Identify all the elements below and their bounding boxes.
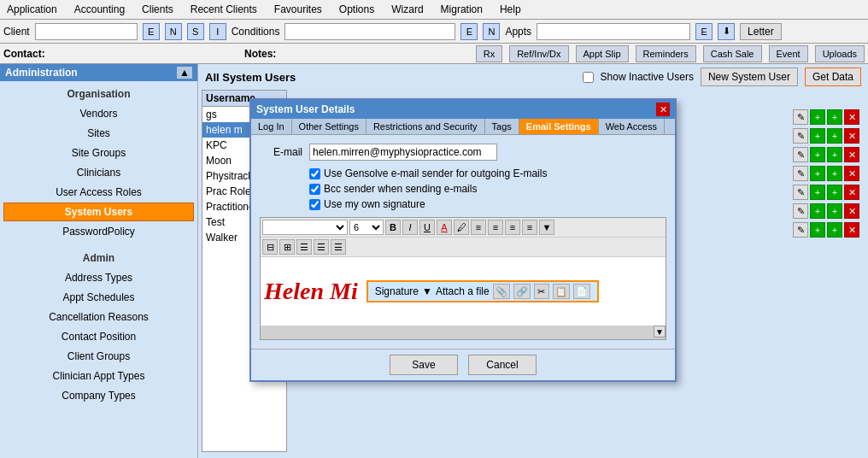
add-btn-4b[interactable]: + bbox=[827, 166, 842, 181]
menu-clients[interactable]: Clients bbox=[138, 2, 177, 17]
list-btn2[interactable]: ☰ bbox=[314, 239, 329, 255]
align-left-btn[interactable]: ≡ bbox=[471, 220, 486, 235]
cb1-checkbox[interactable] bbox=[309, 168, 320, 179]
add-btn-4a[interactable]: + bbox=[810, 166, 825, 181]
indent-btn1[interactable]: ⊟ bbox=[262, 239, 278, 255]
apptslip-tab[interactable]: Appt Slip bbox=[576, 45, 629, 62]
cb2-checkbox[interactable] bbox=[309, 184, 320, 195]
dialog-close-btn[interactable]: ✕ bbox=[656, 103, 670, 116]
tab-email-settings[interactable]: Email Settings bbox=[519, 119, 599, 134]
sidebar-item-system-users[interactable]: System Users bbox=[3, 203, 194, 221]
sig-size-select[interactable]: 6 bbox=[349, 220, 384, 235]
del-btn-3[interactable]: ✕ bbox=[844, 147, 859, 162]
conditions-n-btn[interactable]: N bbox=[483, 23, 500, 40]
appts-input[interactable] bbox=[537, 23, 690, 40]
menu-help[interactable]: Help bbox=[496, 2, 525, 17]
client-i-btn[interactable]: I bbox=[209, 23, 226, 40]
refinvdx-tab[interactable]: Ref/Inv/Dx bbox=[509, 45, 568, 62]
list-btn1[interactable]: ☰ bbox=[296, 239, 312, 255]
tab-other-settings[interactable]: Other Settings bbox=[292, 119, 367, 134]
cancel-btn[interactable]: Cancel bbox=[468, 355, 537, 375]
edit-btn-4[interactable]: ✎ bbox=[793, 166, 808, 181]
sidebar-item-cancellation-reasons[interactable]: Cancellation Reasons bbox=[3, 308, 194, 326]
sidebar-item-site-groups[interactable]: Site Groups bbox=[3, 144, 194, 162]
tab-tags[interactable]: Tags bbox=[485, 119, 519, 134]
sidebar-item-clinician-appt-types[interactable]: Clinician Appt Types bbox=[3, 367, 194, 385]
edit-btn-6[interactable]: ✎ bbox=[793, 203, 808, 219]
sidebar-item-user-access-roles[interactable]: User Access Roles bbox=[3, 183, 194, 202]
save-btn[interactable]: Save bbox=[390, 355, 458, 375]
appts-download-btn[interactable]: ⬇ bbox=[718, 23, 735, 40]
attach-scissors-btn[interactable]: ✂ bbox=[534, 284, 549, 299]
attach-copy-btn[interactable]: 📋 bbox=[553, 284, 570, 299]
tab-web-access[interactable]: Web Access bbox=[599, 119, 665, 134]
highlight-btn[interactable]: 🖊 bbox=[454, 220, 469, 235]
dropdown-arrow[interactable]: ▼ bbox=[422, 285, 432, 297]
del-btn-1[interactable]: ✕ bbox=[844, 109, 859, 125]
email-field[interactable] bbox=[309, 144, 497, 161]
edit-btn-1[interactable]: ✎ bbox=[793, 109, 808, 125]
add-btn-2b[interactable]: + bbox=[827, 128, 842, 144]
event-tab[interactable]: Event bbox=[769, 45, 808, 62]
cb3-checkbox[interactable] bbox=[309, 199, 320, 210]
add-btn-2a[interactable]: + bbox=[810, 128, 825, 144]
align-right-btn[interactable]: ≡ bbox=[505, 220, 520, 235]
attach-paperclip-btn[interactable]: 📎 bbox=[493, 284, 510, 299]
add-btn-3a[interactable]: + bbox=[810, 147, 825, 162]
add-btn-6a[interactable]: + bbox=[810, 203, 825, 219]
new-system-user-btn[interactable]: New System User bbox=[701, 68, 798, 86]
list-btn3[interactable]: ☰ bbox=[331, 239, 346, 255]
client-input[interactable] bbox=[35, 23, 138, 40]
menu-favourites[interactable]: Favourites bbox=[271, 2, 326, 17]
cashsale-tab[interactable]: Cash Sale bbox=[703, 45, 762, 62]
del-btn-5[interactable]: ✕ bbox=[844, 185, 859, 200]
bold-btn[interactable]: B bbox=[385, 220, 401, 235]
del-btn-2[interactable]: ✕ bbox=[844, 128, 859, 144]
del-btn-6[interactable]: ✕ bbox=[844, 203, 859, 219]
add-btn-7a[interactable]: + bbox=[810, 222, 825, 238]
align-center-btn[interactable]: ≡ bbox=[488, 220, 503, 235]
font-color-btn[interactable]: A bbox=[437, 220, 452, 235]
sig-scroll-down-btn[interactable]: ▼ bbox=[654, 326, 666, 338]
attach-link-btn[interactable]: 🔗 bbox=[513, 284, 531, 299]
sidebar-item-client-groups[interactable]: Client Groups bbox=[3, 347, 194, 366]
client-n-btn[interactable]: N bbox=[165, 23, 182, 40]
italic-btn[interactable]: I bbox=[402, 220, 418, 235]
sig-font-select[interactable] bbox=[262, 220, 348, 235]
appts-e-btn[interactable]: E bbox=[695, 23, 713, 40]
indent-btn2[interactable]: ⊞ bbox=[279, 239, 295, 255]
add-btn-1a[interactable]: + bbox=[810, 109, 825, 125]
sidebar-item-password-policy[interactable]: PasswordPolicy bbox=[3, 222, 194, 241]
del-btn-7[interactable]: ✕ bbox=[844, 222, 859, 238]
get-data-btn[interactable]: Get Data bbox=[805, 68, 861, 86]
del-btn-4[interactable]: ✕ bbox=[844, 166, 859, 181]
attach-paste-btn[interactable]: 📄 bbox=[573, 284, 590, 299]
edit-btn-2[interactable]: ✎ bbox=[793, 128, 808, 144]
scroll-down-sig-btn[interactable]: ▼ bbox=[539, 220, 554, 235]
add-btn-6b[interactable]: + bbox=[827, 203, 842, 219]
conditions-input[interactable] bbox=[284, 23, 455, 40]
client-s-btn[interactable]: S bbox=[187, 23, 204, 40]
menu-wizard[interactable]: Wizard bbox=[388, 2, 426, 17]
show-inactive-checkbox[interactable] bbox=[583, 72, 594, 83]
menu-options[interactable]: Options bbox=[336, 2, 378, 17]
sidebar-item-sites[interactable]: Sites bbox=[3, 124, 194, 143]
sidebar-item-contact-position[interactable]: Contact Position bbox=[3, 327, 194, 346]
edit-btn-7[interactable]: ✎ bbox=[793, 222, 808, 238]
menu-application[interactable]: Application bbox=[3, 2, 61, 17]
add-btn-7b[interactable]: + bbox=[827, 222, 842, 238]
sidebar-item-company-types[interactable]: Company Types bbox=[3, 386, 194, 405]
sidebar-item-clinicians[interactable]: Clinicians bbox=[3, 163, 194, 182]
menu-recent-clients[interactable]: Recent Clients bbox=[187, 2, 261, 17]
edit-btn-5[interactable]: ✎ bbox=[793, 185, 808, 200]
uploads-tab[interactable]: Uploads bbox=[815, 45, 865, 62]
letter-btn[interactable]: Letter bbox=[740, 23, 782, 40]
sidebar-item-address-types[interactable]: Address Types bbox=[3, 268, 194, 287]
menu-accounting[interactable]: Accounting bbox=[71, 2, 128, 17]
tab-restrictions[interactable]: Restrictions and Security bbox=[367, 119, 485, 134]
underline-btn[interactable]: U bbox=[419, 220, 435, 235]
align-justify-btn[interactable]: ≡ bbox=[522, 220, 537, 235]
add-btn-5a[interactable]: + bbox=[810, 185, 825, 200]
reminders-tab[interactable]: Reminders bbox=[636, 45, 696, 62]
add-btn-3b[interactable]: + bbox=[827, 147, 842, 162]
